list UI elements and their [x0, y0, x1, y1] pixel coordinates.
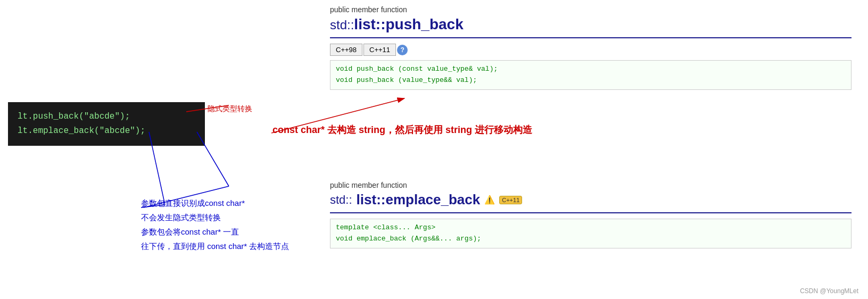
- implicit-type-annotation: 隐式类型转换: [208, 104, 252, 114]
- warning-icon: ⚠️: [484, 195, 495, 205]
- function-name-push-back: list::push_back: [354, 16, 463, 32]
- emplace-code-line-2: void emplace_back (Args&&... args);: [336, 234, 846, 245]
- title-divider-bottom: [330, 212, 852, 213]
- tab-bar-top: C++98 C++11 ?: [330, 44, 852, 56]
- help-icon[interactable]: ?: [397, 45, 408, 55]
- red-description: const char* 去构造 string，然后再使用 string 进行移动…: [272, 123, 532, 136]
- public-member-label-bottom: public member function: [330, 181, 852, 189]
- code-line-2: void push_back (value_type&& val);: [336, 75, 846, 86]
- blue-line-1: 参数包直接识别成const char*: [141, 196, 289, 210]
- watermark: CSDN @YoungMLet: [800, 287, 858, 295]
- push-back-code-block: void push_back (const value_type& val); …: [330, 60, 852, 90]
- title-divider-top: [330, 37, 852, 38]
- public-member-label-top: public member function: [330, 5, 852, 14]
- cpp11-badge: C++11: [499, 196, 522, 204]
- emplace-back-section: public member function std::list::emplac…: [330, 181, 852, 248]
- std-prefix-top: std::: [330, 18, 354, 32]
- terminal-code-block: lt.push_back("abcde"); lt.emplace_back("…: [8, 102, 205, 146]
- blue-line-4: 往下传，直到使用 const char* 去构造节点: [141, 239, 289, 253]
- terminal-line-1: lt.push_back("abcde");: [18, 110, 195, 124]
- push-back-section: public member function std::list::push_b…: [330, 5, 852, 90]
- tab-cpp11[interactable]: C++11: [363, 44, 396, 56]
- tab-cpp98[interactable]: C++98: [330, 44, 362, 56]
- blue-line-3: 参数包会将const char* 一直: [141, 225, 289, 239]
- function-name-emplace-back: list::emplace_back: [357, 192, 481, 208]
- emplace-code-line-1: template <class... Args>: [336, 222, 846, 234]
- blue-line-2: 不会发生隐式类型转换: [141, 210, 289, 225]
- code-line-1: void push_back (const value_type& val);: [336, 64, 846, 75]
- function-title-push-back: std::list::push_back: [330, 16, 852, 33]
- blue-annotations-block: 参数包直接识别成const char* 不会发生隐式类型转换 参数包会将cons…: [141, 196, 289, 253]
- std-prefix-bottom: std::: [330, 193, 352, 207]
- terminal-line-2: lt.emplace_back("abcde");: [18, 124, 195, 138]
- function-title-emplace-back: std::list::emplace_back ⚠️ C++11: [330, 192, 852, 208]
- emplace-back-code-block: template <class... Args> void emplace_ba…: [330, 219, 852, 248]
